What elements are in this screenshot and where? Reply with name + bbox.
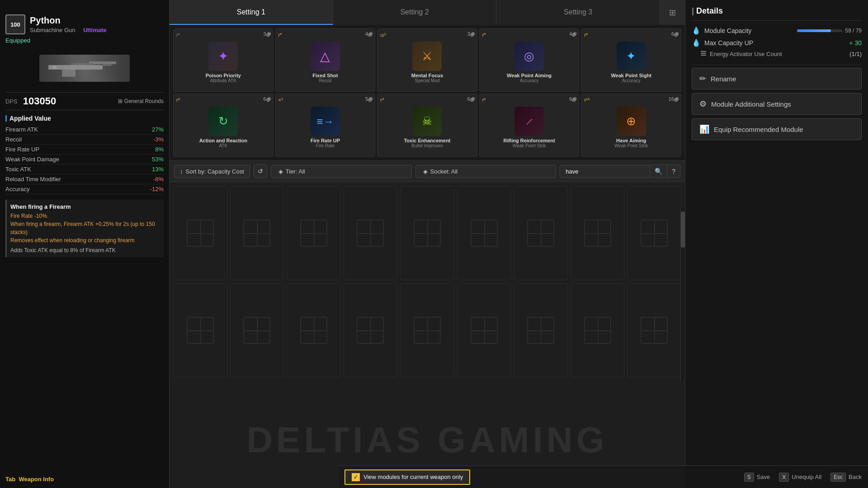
empty-slot-14[interactable] [400,283,454,377]
left-panel: 100 Python Submachine Gun Ultimate Equip… [0,0,170,488]
empty-slot-9[interactable] [627,186,681,280]
socket-filter-button[interactable]: ◈ Socket: All [415,165,557,178]
tab-setting-2[interactable]: Setting 2 [333,0,497,25]
module-cost: 6 ⊕ [569,96,577,102]
weapon-tab-label: Weapon Info [19,476,54,483]
back-action[interactable]: Esc Back [830,473,862,482]
module-tier: r¹⁶ [584,97,589,103]
right-panel: Details 💧 Module Capacity 59 / 79 💧 Max … [685,0,868,488]
module-card-fixed-shot[interactable]: r⁴ ⊕ 4 ⊕ △ Fixed Shot Recoil [275,28,376,92]
weapon-header: 100 Python Submachine Gun Ultimate [5,14,164,34]
search-area: 🔍 ? [560,164,680,178]
details-title: Details [692,6,862,21]
module-card-fire-rate-up[interactable]: ×⁵ ⊕ 5 ⊕ ≡→ Fire Rate UP Fire Rate [275,94,376,157]
module-card-weak-point-aiming[interactable]: r⁴ ⊕ 4 ⊕ ◎ Weak Point Aiming Accuracy [479,28,580,92]
refresh-button[interactable]: ↺ [254,164,267,178]
module-cost: 6 ⊕ [671,31,679,37]
scrollbar-thumb[interactable] [681,211,685,248]
module-icon-toxic: ☠ [412,107,442,136]
applied-value-title: Applied Value [5,115,164,122]
module-name: Mental Focus [411,73,443,78]
save-action[interactable]: S Save [744,473,770,482]
rename-label: Rename [711,75,736,83]
module-card-toxic-enhancement[interactable]: r⁶ ⊕ 6 ⊕ ☠ Toxic Enhancement Bullet Impr… [377,94,477,157]
help-button[interactable]: ? [667,164,680,178]
socket-filter-icon: ◈ [423,168,428,175]
empty-slot-2[interactable] [230,186,284,280]
empty-slot-4[interactable] [344,186,398,280]
module-scroll-area [170,182,685,381]
back-label: Back [849,474,862,480]
passive-text: Fire Rate -10%. When firing a firearm, F… [10,212,160,244]
sort-button[interactable]: ↕ Sort by: Capacity Cost [174,165,250,178]
weapon-tab[interactable]: Tab Weapon Info [5,476,54,483]
capacity-label: Module Capacity [704,27,793,34]
module-icon-have-aiming: ⊕ [617,107,646,136]
settings-gear-icon: ⚙ [699,99,707,109]
empty-slot-7[interactable] [514,186,568,280]
empty-slot-15[interactable] [457,283,511,377]
module-card-mental-focus[interactable]: ш³ ⊕ 3 ⊕ ⚔ Mental Focus Special Mod [377,28,477,92]
empty-slot-3[interactable] [287,186,341,280]
module-card-have-aiming[interactable]: r¹⁶ ⊕ 16 ⊕ ⊕ Have Aiming Weak Point Stri… [581,94,681,157]
module-subtype: Accuracy [520,78,538,83]
stats-list: Firearm ATK 27% Recoil -3% Fire Rate UP … [5,125,164,194]
module-filters: ↕ Sort by: Capacity Cost ↺ ◈ Tier: All ◈… [170,160,685,182]
module-additional-settings-button[interactable]: ⚙ Module Additional Settings [692,93,862,115]
ammo-grid-icon: ⊞ [118,98,123,104]
empty-slot-11[interactable] [230,283,284,377]
empty-slot-8[interactable] [571,186,625,280]
module-subtype: Fire Rate [316,143,335,148]
module-tier: ×⁵ [278,97,283,103]
rename-button[interactable]: ✏ Rename [692,68,862,89]
capacity-fill [797,29,831,32]
tabs-bar: Setting 1 Setting 2 Setting 3 ⊞ [170,0,685,25]
empty-slot-1[interactable] [173,186,227,280]
rename-icon: ✏ [699,74,706,84]
tab-setting-3[interactable]: Setting 3 [496,0,660,25]
module-card-poison-priority[interactable]: r³ ⊕ 3 ⊕ ✦ Poison Priority Attribute ATK [173,28,274,92]
module-tier: r⁴ [278,32,282,38]
svg-rect-3 [53,66,57,69]
module-card-action-reaction[interactable]: r⁶ ⊕ 6 ⊕ ↻ Action and Reaction ATK [173,94,274,157]
empty-slot-18[interactable] [627,283,681,377]
module-name: Action and Reaction [199,138,247,143]
module-subtype: Attribute ATK [210,78,236,83]
empty-slot-16[interactable] [514,283,568,377]
scrollbar[interactable] [680,207,685,381]
equip-recommended-button[interactable]: 📊 Equip Recommended Module [692,118,862,140]
tier-filter-button[interactable]: ◈ Tier: All [271,165,412,178]
module-name: Fixed Shot [312,73,338,78]
weapon-silhouette [44,57,125,80]
module-card-rifling[interactable]: r⁶ ⊕ 6 ⊕ ⟋ Rifling Reinforcement Weak Po… [479,94,580,157]
tab-setting-1[interactable]: Setting 1 [170,0,333,25]
module-subtype: Special Mod [415,78,439,83]
module-tier: r⁶ [380,97,384,103]
unequip-label: Unequip All [792,474,821,480]
energy-lines-icon [701,51,706,57]
search-input[interactable] [560,165,650,178]
empty-slot-5[interactable] [400,186,454,280]
ammo-label: General Rounds [124,98,164,104]
search-button[interactable]: 🔍 [650,164,667,178]
svg-rect-5 [71,63,94,65]
module-icon-weak-point: ◎ [514,42,544,71]
view-modules-checkbox[interactable]: ✓ View modules for current weapon only [344,469,470,485]
module-icon-mental-focus: ⚔ [412,42,442,71]
energy-row: Energy Activator Use Count (1/1) [692,51,862,57]
empty-slot-10[interactable] [173,283,227,377]
equipped-modules-grid: r³ ⊕ 3 ⊕ ✦ Poison Priority Attribute ATK… [170,25,685,160]
module-cost: 6 ⊕ [263,96,271,102]
additional-settings-label: Module Additional Settings [711,100,791,108]
module-cost: 3 ⊕ [263,31,271,37]
empty-slot-17[interactable] [571,283,625,377]
tab-grid-button[interactable]: ⊞ [660,0,685,25]
view-modules-label: View modules for current weapon only [363,474,463,480]
unequip-all-action[interactable]: X Unequip All [779,473,821,482]
sort-label: Sort by: Capacity Cost [186,168,244,175]
empty-slot-6[interactable] [457,186,511,280]
empty-slot-13[interactable] [344,283,398,377]
back-key-badge: Esc [830,473,846,482]
module-card-weak-point-sight[interactable]: r⁶ ⊕ 6 ⊕ ✦ Weak Point Sight Accuracy [581,28,681,92]
empty-slot-12[interactable] [287,283,341,377]
